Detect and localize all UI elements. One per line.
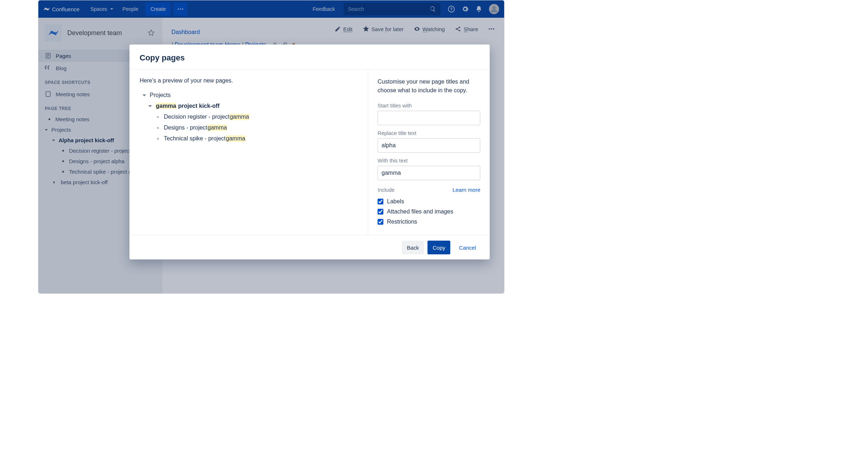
page-actions: Edit Save for later Watching Share bbox=[335, 26, 495, 32]
gear-icon bbox=[461, 5, 469, 13]
create-button[interactable]: Create bbox=[145, 3, 171, 16]
preview-intro: Here's a preview of your new pages. bbox=[140, 77, 358, 84]
eye-icon bbox=[414, 26, 420, 32]
svg-point-2 bbox=[182, 8, 183, 9]
learn-more-link[interactable]: Learn more bbox=[452, 187, 480, 193]
search-placeholder: Search bbox=[348, 6, 364, 12]
pencil-icon bbox=[335, 26, 341, 32]
share-icon bbox=[455, 26, 461, 32]
help-button[interactable]: ? bbox=[446, 3, 457, 15]
watching-label: Watching bbox=[422, 26, 445, 32]
svg-point-0 bbox=[178, 8, 179, 9]
feedback-link[interactable]: Feedback bbox=[309, 3, 339, 15]
help-icon: ? bbox=[448, 5, 455, 13]
start-with-input[interactable] bbox=[378, 111, 480, 125]
svg-point-18 bbox=[493, 28, 494, 30]
save-action[interactable]: Save for later bbox=[363, 26, 404, 32]
modal-title: Copy pages bbox=[140, 53, 480, 63]
preview-kickoff[interactable]: gamma project kick-off bbox=[140, 101, 358, 111]
check-restrictions[interactable]: Restrictions bbox=[378, 217, 480, 227]
notifications-button[interactable] bbox=[473, 3, 485, 15]
svg-text:?: ? bbox=[450, 7, 453, 11]
brand-text: Confluence bbox=[52, 6, 80, 12]
include-label: Include bbox=[378, 187, 395, 193]
space-avatar bbox=[45, 24, 62, 42]
svg-line-14 bbox=[457, 27, 459, 29]
options-description: Customise your new page titles and choos… bbox=[378, 77, 480, 95]
svg-rect-10 bbox=[46, 92, 50, 97]
check-attached[interactable]: Attached files and images bbox=[378, 207, 480, 217]
more-menu-button[interactable] bbox=[174, 3, 187, 16]
search-icon bbox=[430, 6, 436, 12]
space-name[interactable]: Development team bbox=[67, 29, 142, 37]
preview-root[interactable]: Projects bbox=[140, 90, 358, 101]
search-input[interactable]: Search bbox=[344, 3, 441, 15]
svg-line-15 bbox=[457, 29, 459, 30]
replace-label: Replace title text bbox=[378, 130, 480, 136]
save-label: Save for later bbox=[371, 26, 404, 32]
back-button[interactable]: Back bbox=[402, 241, 424, 254]
quote-icon bbox=[45, 65, 51, 71]
copy-pages-modal: Copy pages Here's a preview of your new … bbox=[129, 45, 490, 259]
check-labels[interactable]: Labels bbox=[378, 196, 480, 207]
confluence-icon bbox=[48, 28, 59, 38]
settings-button[interactable] bbox=[459, 3, 471, 15]
ellipsis-icon bbox=[177, 8, 184, 10]
brand-logo[interactable]: Confluence bbox=[43, 6, 80, 12]
preview-decision[interactable]: Decision register - project gamma bbox=[140, 111, 358, 122]
checkbox-attached[interactable] bbox=[378, 209, 383, 215]
cancel-button[interactable]: Cancel bbox=[454, 241, 481, 254]
copy-button[interactable]: Copy bbox=[427, 241, 450, 254]
ellipsis-icon bbox=[488, 26, 495, 32]
share-action[interactable]: Share bbox=[455, 26, 478, 32]
share-label: Share bbox=[464, 26, 478, 32]
start-with-label: Start titles with bbox=[378, 103, 480, 109]
page-icon bbox=[45, 52, 51, 59]
modal-options-pane: Customise your new page titles and choos… bbox=[368, 69, 490, 235]
modal-footer: Back Copy Cancel bbox=[129, 235, 490, 259]
with-label: With this text bbox=[378, 158, 480, 164]
breadcrumb-dashboard[interactable]: Dashboard bbox=[171, 29, 200, 35]
watching-action[interactable]: Watching bbox=[414, 26, 445, 32]
svg-point-5 bbox=[492, 6, 495, 9]
header: Confluence Spaces People Create Feedback… bbox=[38, 0, 504, 18]
app-frame: Confluence Spaces People Create Feedback… bbox=[38, 0, 505, 294]
nav-people[interactable]: People bbox=[119, 3, 142, 15]
with-input[interactable] bbox=[378, 166, 480, 180]
svg-point-1 bbox=[180, 8, 181, 9]
checkbox-labels[interactable] bbox=[378, 199, 383, 204]
preview-technical[interactable]: Technical spike - project gamma bbox=[140, 133, 358, 144]
preview-designs[interactable]: Designs - project gamma bbox=[140, 122, 358, 133]
confluence-icon bbox=[43, 6, 50, 12]
nav-spaces[interactable]: Spaces bbox=[87, 3, 117, 15]
avatar[interactable] bbox=[489, 4, 499, 14]
more-actions[interactable] bbox=[488, 26, 495, 32]
star-icon bbox=[363, 26, 369, 32]
edit-action[interactable]: Edit bbox=[335, 26, 353, 32]
person-icon bbox=[490, 5, 498, 13]
svg-point-17 bbox=[491, 28, 492, 30]
link-icon bbox=[45, 91, 51, 97]
bell-icon bbox=[475, 5, 482, 13]
checkbox-restrictions[interactable] bbox=[378, 219, 383, 225]
svg-point-16 bbox=[489, 28, 490, 30]
star-icon[interactable] bbox=[147, 29, 155, 37]
modal-preview-pane: Here's a preview of your new pages. Proj… bbox=[129, 69, 368, 235]
replace-input[interactable] bbox=[378, 138, 480, 153]
